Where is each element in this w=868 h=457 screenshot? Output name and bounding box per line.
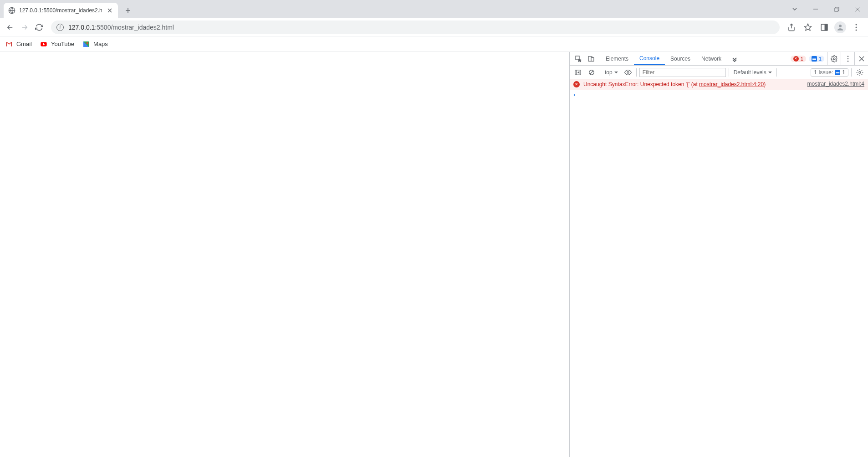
svg-rect-13 — [591, 57, 594, 61]
svg-rect-1 — [834, 8, 837, 11]
bookmark-youtube[interactable]: YouTube — [40, 41, 74, 48]
youtube-icon — [40, 41, 47, 48]
error-icon: ✕ — [573, 81, 580, 87]
error-text: Uncaught SyntaxError: Unexpected token '… — [583, 81, 804, 88]
maps-icon — [82, 41, 90, 48]
devtools-menu-button[interactable] — [841, 52, 854, 65]
devtools-panel: Elements Console Sources Network ✕ 1 ▬ 1 — [569, 52, 868, 457]
window-maximize-button[interactable] — [826, 0, 847, 18]
svg-point-21 — [859, 72, 861, 73]
message-icon: ▬ — [835, 70, 840, 75]
error-count: 1 — [801, 56, 803, 62]
devtools-header: Elements Console Sources Network ✕ 1 ▬ 1 — [570, 52, 868, 66]
console-filter-input[interactable] — [639, 68, 726, 77]
bookmark-label: YouTube — [51, 41, 74, 47]
message-count: 1 — [819, 56, 822, 62]
devtools-more-tabs-button[interactable] — [727, 52, 742, 65]
svg-rect-4 — [825, 24, 827, 31]
execution-context-select[interactable]: top — [603, 69, 620, 76]
console-error-message[interactable]: ✕ Uncaught SyntaxError: Unexpected token… — [570, 79, 868, 90]
main-area: Elements Console Sources Network ✕ 1 ▬ 1 — [0, 52, 868, 457]
log-levels-select[interactable]: Default levels — [732, 69, 774, 76]
window-close-button[interactable] — [847, 0, 868, 18]
error-icon: ✕ — [793, 56, 799, 62]
message-count-badge[interactable]: ▬ 1 — [809, 56, 824, 62]
site-info-icon[interactable]: i — [56, 24, 64, 31]
devtools-tab-elements[interactable]: Elements — [600, 52, 634, 65]
window-controls — [784, 0, 868, 18]
svg-marker-2 — [805, 24, 812, 30]
svg-point-10 — [87, 42, 88, 44]
devtools-tab-network[interactable]: Network — [696, 52, 727, 65]
device-toolbar-button[interactable] — [585, 53, 597, 65]
browser-tab-strip: 127.0.0.1:5500/mostrar_idades2.h — [0, 0, 868, 18]
tab-title: 127.0.0.1:5500/mostrar_idades2.h — [19, 7, 102, 14]
globe-icon — [8, 7, 15, 14]
reload-button[interactable] — [33, 21, 46, 34]
share-button[interactable] — [785, 21, 798, 34]
devtools-settings-button[interactable] — [827, 52, 841, 65]
svg-point-20 — [627, 72, 629, 73]
address-bar[interactable]: i 127.0.0.1:5500/mostrar_idades2.html — [51, 21, 780, 34]
bookmark-maps[interactable]: Maps — [82, 41, 108, 48]
new-tab-button[interactable] — [122, 4, 134, 17]
browser-toolbar: i 127.0.0.1:5500/mostrar_idades2.html — [0, 18, 868, 36]
profile-avatar-button[interactable] — [834, 21, 846, 33]
svg-point-14 — [833, 58, 835, 60]
error-count-badge[interactable]: ✕ 1 — [791, 56, 806, 62]
close-tab-button[interactable] — [106, 7, 113, 14]
browser-tab-active[interactable]: 127.0.0.1:5500/mostrar_idades2.h — [4, 3, 118, 18]
devtools-tab-sources[interactable]: Sources — [665, 52, 696, 65]
console-sidebar-toggle[interactable] — [572, 67, 583, 78]
devtools-close-button[interactable] — [854, 52, 868, 65]
forward-button[interactable] — [18, 21, 31, 34]
bookmark-star-button[interactable] — [802, 21, 814, 34]
error-location-link[interactable]: mostrar_idades2.html:4:20 — [699, 81, 764, 87]
svg-point-5 — [839, 25, 842, 27]
tab-search-button[interactable] — [784, 0, 805, 18]
issues-button[interactable]: 1 Issue: ▬ 1 — [811, 68, 848, 77]
bookmark-label: Gmail — [16, 41, 32, 47]
console-output: ✕ Uncaught SyntaxError: Unexpected token… — [570, 79, 868, 457]
clear-console-button[interactable] — [586, 67, 597, 78]
back-button[interactable] — [4, 21, 16, 34]
message-icon: ▬ — [812, 56, 817, 62]
chevron-right-icon: › — [573, 92, 575, 98]
window-minimize-button[interactable] — [805, 0, 826, 18]
console-prompt[interactable]: › — [570, 90, 868, 99]
gmail-icon — [5, 41, 13, 48]
inspect-element-button[interactable] — [572, 53, 584, 65]
live-expression-button[interactable] — [623, 67, 633, 78]
devtools-tab-console[interactable]: Console — [634, 52, 665, 65]
side-panel-button[interactable] — [818, 21, 831, 34]
bookmarks-bar: Gmail YouTube Maps — [0, 36, 868, 52]
console-settings-button[interactable] — [854, 67, 865, 78]
page-viewport — [0, 52, 569, 457]
bookmark-label: Maps — [93, 41, 108, 47]
chrome-menu-button[interactable] — [850, 21, 863, 34]
svg-point-17 — [847, 60, 848, 62]
svg-point-8 — [856, 29, 857, 31]
error-source-link[interactable]: mostrar_idades2.html:4 — [807, 81, 864, 87]
svg-point-6 — [856, 24, 857, 25]
bookmark-gmail[interactable]: Gmail — [5, 41, 32, 48]
svg-point-7 — [856, 26, 857, 28]
console-toolbar: top Default levels 1 Issue: ▬ 1 — [570, 66, 868, 79]
url-text: 127.0.0.1:5500/mostrar_idades2.html — [68, 24, 174, 31]
svg-point-16 — [847, 58, 848, 59]
svg-point-15 — [847, 56, 848, 57]
